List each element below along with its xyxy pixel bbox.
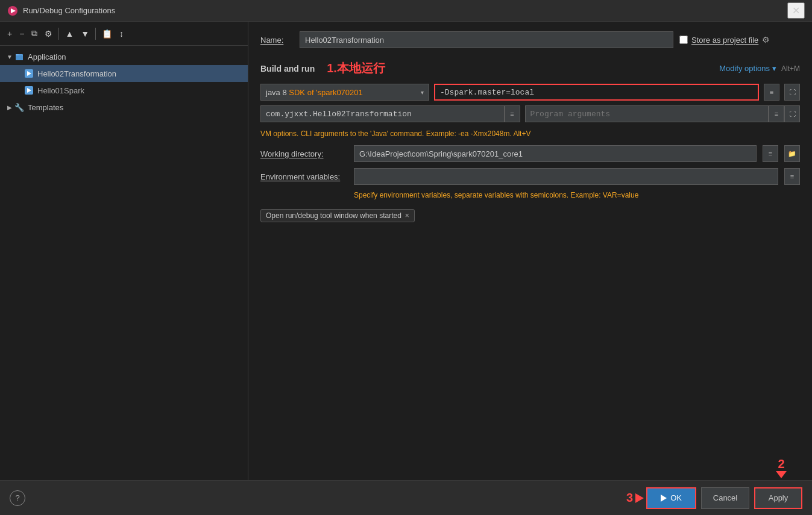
application-label: Application xyxy=(28,52,66,61)
main-class-input[interactable] xyxy=(260,105,505,122)
name-row: Name: Store as project file ⚙ xyxy=(260,31,800,48)
help-button[interactable]: ? xyxy=(10,490,25,506)
sdk-dropdown-arrow: ▾ xyxy=(419,89,424,96)
env-vars-doc-button[interactable]: ≡ xyxy=(784,168,800,185)
main-layout: + − ⧉ ⚙ ▲ ▼ 📋 ↕ ▼ xyxy=(0,22,812,480)
templates-label: Templates xyxy=(28,103,63,112)
chip-close-button[interactable]: × xyxy=(405,211,409,220)
annotation-2-arrow xyxy=(776,471,787,478)
annotation-2-container: 2 xyxy=(776,457,787,478)
run-debug-chip: Open run/debug tool window when started … xyxy=(260,209,415,222)
sdk-dropdown[interactable]: java 8 SDK of 'spark070201 ▾ xyxy=(260,84,429,101)
toolbar-divider-2 xyxy=(95,28,96,40)
hello02-label: Hello02Transformation xyxy=(37,69,116,78)
vm-expand-button[interactable]: ⛶ xyxy=(784,84,800,101)
env-hint: Specify environment variables, separate … xyxy=(354,191,800,199)
env-vars-row: Environment variables: ≡ xyxy=(260,168,800,185)
svg-rect-3 xyxy=(16,55,23,60)
program-args-expand-button[interactable]: ⛶ xyxy=(784,105,800,122)
modify-options-label: Modify options xyxy=(719,64,770,73)
remove-config-button[interactable]: − xyxy=(17,28,27,40)
close-button[interactable]: ✕ xyxy=(787,2,805,19)
tree-hello02-node[interactable]: ▶ Hello02Transformation xyxy=(0,65,248,82)
templates-expand-arrow[interactable]: ▶ xyxy=(5,102,14,112)
chip-row: Open run/debug tool window when started … xyxy=(260,209,800,222)
env-vars-label: Environment variables: xyxy=(260,172,348,181)
annotation-3-num: 3 xyxy=(626,491,633,505)
main-class-doc-button[interactable]: ≡ xyxy=(505,105,520,122)
store-gear-icon[interactable]: ⚙ xyxy=(762,35,770,45)
build-run-header: Build and run 1.本地运行 Modify options ▾ Al… xyxy=(260,60,800,76)
apply-button[interactable]: Apply xyxy=(754,487,802,509)
hello02-run-icon xyxy=(24,69,34,78)
vm-options-input[interactable] xyxy=(434,84,759,101)
settings-config-button[interactable]: ⚙ xyxy=(42,28,55,40)
app-icon xyxy=(7,5,18,16)
program-args-doc-button[interactable]: ≡ xyxy=(769,105,784,122)
annotation-3-arrow xyxy=(635,493,644,503)
config-tree: ▼ Application ▶ xyxy=(0,46,248,480)
tree-application-node[interactable]: ▼ Application xyxy=(0,48,248,65)
svg-rect-4 xyxy=(16,54,19,55)
modify-options-shortcut: Alt+M xyxy=(781,64,800,73)
move-up-button[interactable]: ▲ xyxy=(63,28,76,40)
move-down-button[interactable]: ▼ xyxy=(78,28,92,40)
ok-arrow-icon xyxy=(661,495,667,502)
tree-templates-node[interactable]: ▶ 🔧 Templates xyxy=(0,99,248,116)
toolbar-divider xyxy=(58,28,59,40)
vm-doc-button[interactable]: ≡ xyxy=(764,84,779,101)
left-toolbar: + − ⧉ ⚙ ▲ ▼ 📋 ↕ xyxy=(0,22,248,46)
add-config-button[interactable]: + xyxy=(5,28,14,40)
working-dir-label: Working directory: xyxy=(260,149,348,158)
application-expand-arrow[interactable]: ▼ xyxy=(5,52,14,61)
working-dir-browse-button[interactable]: 📁 xyxy=(784,145,800,162)
sdk-vm-row: java 8 SDK of 'spark070201 ▾ ≡ ⛶ xyxy=(260,84,800,101)
working-dir-row: Working directory: ≡ 📁 xyxy=(260,145,800,162)
ok-label: OK xyxy=(670,493,682,502)
title-bar: Run/Debug Configurations ✕ xyxy=(0,0,812,22)
modify-options-arrow: ▾ xyxy=(772,64,776,73)
right-panel: Name: Store as project file ⚙ Build and … xyxy=(248,22,812,480)
application-folder-icon xyxy=(14,52,24,61)
build-run-title: Build and run xyxy=(260,64,315,73)
left-panel: + − ⧉ ⚙ ▲ ▼ 📋 ↕ ▼ xyxy=(0,22,248,480)
cancel-button[interactable]: Cancel xyxy=(701,487,749,509)
main-class-row: ≡ ≡ ⛶ xyxy=(260,105,800,122)
tree-hello01-node[interactable]: ▶ Hello01Spark xyxy=(0,82,248,99)
hello01-label: Hello01Spark xyxy=(37,86,84,95)
bottom-bar: ? 3 OK Cancel Apply xyxy=(0,480,812,515)
name-label: Name: xyxy=(260,36,294,45)
chip-label: Open run/debug tool window when started xyxy=(266,211,401,220)
modify-options-link[interactable]: Modify options ▾ Alt+M xyxy=(719,64,800,73)
more1-button[interactable]: 📋 xyxy=(99,28,115,40)
sdk-name-label: SDK of 'spark070201 xyxy=(289,88,362,97)
more2-button[interactable]: ↕ xyxy=(117,28,126,40)
hello01-run-icon xyxy=(24,86,34,95)
sdk-java-label: java 8 xyxy=(266,88,289,97)
ok-annotation-row: 3 OK xyxy=(626,487,696,509)
templates-wrench-icon: 🔧 xyxy=(14,102,24,112)
vm-hint: VM options. CLI arguments to the 'Java' … xyxy=(260,130,800,138)
name-input[interactable] xyxy=(300,31,673,48)
annotation-1: 1.本地运行 xyxy=(327,60,385,76)
ok-button[interactable]: OK xyxy=(646,487,696,509)
working-dir-doc-button[interactable]: ≡ xyxy=(763,145,778,162)
copy-config-button[interactable]: ⧉ xyxy=(29,27,40,40)
store-project-row: Store as project file ⚙ xyxy=(679,35,800,45)
annotation-2-num: 2 xyxy=(778,457,784,471)
program-args-input[interactable] xyxy=(525,105,769,122)
working-dir-input[interactable] xyxy=(354,145,757,162)
store-project-checkbox[interactable] xyxy=(679,36,688,44)
store-project-label: Store as project file xyxy=(691,36,758,45)
env-vars-input[interactable] xyxy=(354,168,778,185)
dialog-title: Run/Debug Configurations xyxy=(23,6,787,15)
